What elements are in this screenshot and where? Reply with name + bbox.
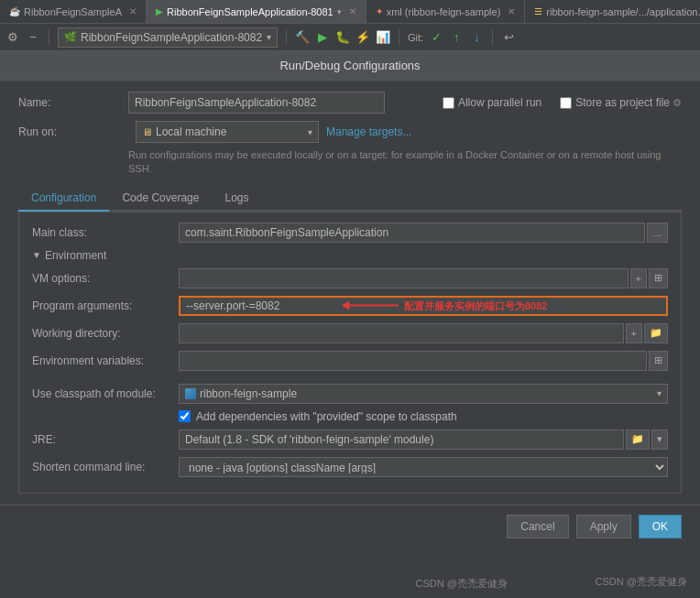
shorten-cmd-row: Shorten command line: none - java [optio… xyxy=(32,456,668,478)
name-row: Name: Allow parallel run Store as projec… xyxy=(18,92,682,114)
tab-close-icon[interactable]: ✕ xyxy=(508,6,515,16)
jre-label: JRE: xyxy=(32,433,179,446)
module-value: ribbon-feign-sample xyxy=(200,387,297,400)
working-dir-input[interactable] xyxy=(179,323,624,343)
coverage-icon[interactable]: ⚡ xyxy=(355,30,370,45)
manage-targets-link[interactable]: Manage targets... xyxy=(326,125,411,138)
name-input[interactable] xyxy=(128,92,385,114)
profile-icon[interactable]: 📊 xyxy=(376,30,390,45)
module-row: Use classpath of module: ribbon-feign-sa… xyxy=(32,383,668,405)
watermark: CSDN @禿禿爱健身 xyxy=(416,577,508,591)
dropdown-icon[interactable]: ▾ xyxy=(337,7,342,16)
program-args-label: Program arguments: xyxy=(32,299,179,312)
vm-options-add-btn[interactable]: + xyxy=(630,268,647,288)
vm-options-expand-btn[interactable]: ⊞ xyxy=(649,268,668,288)
debug-icon[interactable]: 🐛 xyxy=(335,30,350,45)
environment-toggle[interactable]: ▼ xyxy=(32,250,41,260)
dropdown-chevron: ▾ xyxy=(267,32,271,42)
apply-button[interactable]: Apply xyxy=(576,515,631,538)
git-label: Git: xyxy=(408,32,423,43)
name-label: Name: xyxy=(18,96,128,109)
tab-ribbon-feign-a[interactable]: ☕ RibbonFeignSampleA ✕ xyxy=(0,0,147,24)
tab-logs[interactable]: Logs xyxy=(212,186,261,212)
git-check-icon[interactable]: ✓ xyxy=(429,30,443,45)
watermark-fixed: CSDN @禿禿爱健身 xyxy=(596,575,687,589)
toolbar: ⚙ − 🌿 RibbonFeignSampleApplication-8082 … xyxy=(0,24,700,51)
module-icon xyxy=(185,388,196,399)
vm-options-label: VM options: xyxy=(32,272,179,285)
tab-close-icon[interactable]: ✕ xyxy=(349,6,356,16)
allow-parallel-checkbox[interactable] xyxy=(443,97,454,109)
tab-code-coverage-label: Code Coverage xyxy=(122,191,199,204)
java-icon: ☕ xyxy=(9,6,20,16)
jre-input[interactable] xyxy=(179,429,624,450)
tab-logs-label: Logs xyxy=(224,191,248,204)
run-on-chevron: ▾ xyxy=(308,127,312,137)
allow-parallel-label: Allow parallel run xyxy=(458,96,541,109)
tab-xml[interactable]: ✦ xml (ribbon-feign-sample) ✕ xyxy=(366,0,526,24)
environment-section-header: ▼ Environment xyxy=(32,249,668,262)
vm-options-input[interactable] xyxy=(179,268,629,288)
ide-tab-bar: ☕ RibbonFeignSampleA ✕ ▶ RibbonFeignSamp… xyxy=(0,0,700,24)
dialog-title-bar: Run/Debug Configurations xyxy=(0,51,700,81)
undo-icon[interactable]: ↩ xyxy=(501,30,516,45)
ok-button[interactable]: OK xyxy=(639,515,682,538)
env-variables-expand-btn[interactable]: ⊞ xyxy=(649,351,668,371)
shorten-cmd-label: Shorten command line: xyxy=(32,461,179,473)
env-variables-input[interactable] xyxy=(179,351,647,371)
build-icon[interactable]: 🔨 xyxy=(295,30,310,45)
jre-dropdown-btn[interactable]: ▾ xyxy=(651,429,668,450)
module-dropdown[interactable]: ribbon-feign-sample ▾ xyxy=(179,384,668,404)
allow-parallel-checkbox-label[interactable]: Allow parallel run xyxy=(443,96,541,109)
computer-icon: 🖥 xyxy=(142,126,152,137)
store-as-project-checkbox[interactable] xyxy=(560,97,572,109)
main-class-input[interactable] xyxy=(179,223,645,243)
program-args-input[interactable] xyxy=(179,296,668,316)
module-label: Use classpath of module: xyxy=(32,387,179,400)
config-content: Main class: ... ▼ Environment VM options… xyxy=(18,212,682,494)
gear-icon[interactable]: ⚙ xyxy=(5,30,20,45)
run-icon[interactable]: ▶ xyxy=(315,30,330,45)
dialog-title: Run/Debug Configurations xyxy=(279,59,420,72)
environment-title: Environment xyxy=(45,249,106,262)
run-on-dropdown[interactable]: 🖥 Local machine ▾ xyxy=(136,121,319,143)
tab-code-coverage[interactable]: Code Coverage xyxy=(109,186,212,212)
main-class-row: Main class: ... xyxy=(32,222,668,244)
xml-icon: ✦ xyxy=(376,6,383,16)
tab-yml[interactable]: ☰ ribbon-feign-sample/.../application.ym… xyxy=(525,0,700,24)
toolbar-separator2 xyxy=(286,29,287,46)
tab-close-icon[interactable]: ✕ xyxy=(129,6,137,16)
toolbar-separator3 xyxy=(399,29,399,46)
spring-icon: 🌿 xyxy=(64,31,77,43)
program-args-row: Program arguments: 配置并服务实例的端口号为8082 xyxy=(32,295,668,317)
run-icon: ▶ xyxy=(156,6,163,16)
run-config-name: RibbonFeignSampleApplication-8082 xyxy=(81,31,262,44)
shorten-cmd-select[interactable]: none - java [options] className [args] xyxy=(179,457,668,477)
main-class-browse-btn[interactable]: ... xyxy=(647,223,668,243)
tab-configuration[interactable]: Configuration xyxy=(18,186,109,212)
run-on-label: Run on: xyxy=(18,125,128,138)
git-push-icon[interactable]: ↑ xyxy=(449,30,464,45)
run-on-row: Run on: 🖥 Local machine ▾ Manage targets… xyxy=(18,121,682,143)
bottom-bar: CSDN @禿禿爱健身 Cancel Apply OK xyxy=(0,505,700,548)
vm-options-row: VM options: + ⊞ xyxy=(32,267,668,289)
add-dep-row: Add dependencies with "provided" scope t… xyxy=(179,410,668,423)
working-dir-add-btn[interactable]: + xyxy=(626,323,642,343)
help-text: Run configurations may be executed local… xyxy=(128,148,682,177)
dialog-body: Name: Allow parallel run Store as projec… xyxy=(0,81,700,505)
cancel-button[interactable]: Cancel xyxy=(507,515,568,538)
working-dir-label: Working directory: xyxy=(32,327,179,340)
jre-folder-btn[interactable]: 📁 xyxy=(626,429,650,450)
store-as-project-label: Store as project file xyxy=(575,96,670,109)
settings-gear-icon[interactable]: ⚙ xyxy=(673,97,682,109)
jre-row: JRE: 📁 ▾ xyxy=(32,429,668,451)
tab-run-config[interactable]: ▶ RibbonFeignSampleApplication-8081 ▾ ✕ xyxy=(147,0,366,24)
add-dep-checkbox[interactable] xyxy=(179,410,191,422)
working-dir-row: Working directory: + 📁 xyxy=(32,322,668,344)
tab-label: RibbonFeignSampleA xyxy=(24,6,122,17)
store-as-project-checkbox-label[interactable]: Store as project file xyxy=(560,96,670,109)
minus-icon[interactable]: − xyxy=(26,30,40,45)
working-dir-folder-btn[interactable]: 📁 xyxy=(644,323,668,343)
git-pull-icon[interactable]: ↓ xyxy=(469,30,484,45)
run-config-dropdown[interactable]: 🌿 RibbonFeignSampleApplication-8082 ▾ xyxy=(58,27,278,48)
